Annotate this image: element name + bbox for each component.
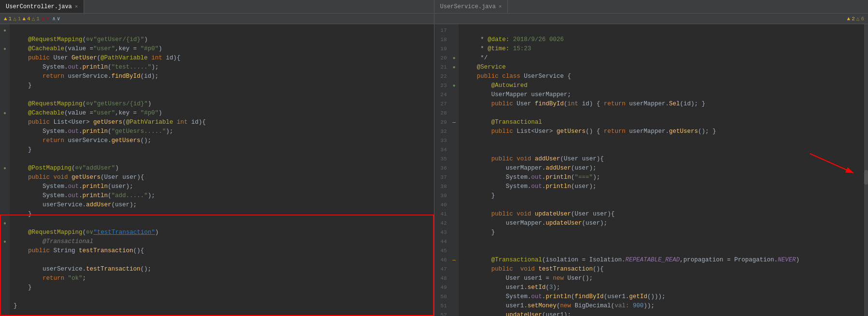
gutter-mark: ●	[0, 219, 10, 228]
tab-label: UserService.java	[440, 3, 496, 10]
editors-row: ▲ 1 △ 1 ▲ 4 △ 1 ✕ 1 ∧ ∨ ● ●	[0, 14, 868, 316]
scroll-thumb[interactable]	[864, 170, 868, 185]
code-line: UserMapper userMapper;	[463, 91, 571, 98]
code-line: }	[14, 284, 32, 291]
code-line: @RequestMapping(⊙∨"getUsers/{id}")	[14, 101, 151, 107]
code-line: user1.setMoney(new BigDecimal(val: 900))…	[463, 302, 655, 309]
code-line: }	[14, 211, 32, 217]
code-line: @Transactional	[14, 238, 93, 245]
code-line: public List<User> getUsers() { return us…	[463, 128, 716, 135]
warn-triangle2: △	[13, 15, 16, 22]
right-editor-pane: ▲ 2 △ 6 17 18 19 20 21 22 23 24 27	[434, 14, 868, 316]
right-scrollbar[interactable]	[864, 24, 868, 316]
tab-user-service[interactable]: UserService.java ×	[434, 0, 508, 13]
code-line: userService.testTransaction();	[14, 266, 151, 273]
left-code-area: ● ● ● ●	[0, 24, 434, 316]
code-line: */	[463, 55, 488, 61]
code-line: }	[463, 229, 495, 236]
code-line: userMapper.updateUser(user);	[463, 220, 608, 227]
error-x: ✕	[41, 15, 44, 22]
editor-container: UserController.java × UserService.java ×…	[0, 0, 868, 316]
gutter-mark	[0, 136, 10, 145]
code-line: public class UserService {	[463, 73, 571, 80]
code-line: @RequestMapping(⊙∨"testTransaction")	[14, 229, 159, 236]
warn-count-3: 4	[27, 16, 30, 22]
close-icon[interactable]: ×	[499, 4, 502, 10]
tab-user-controller[interactable]: UserController.java ×	[0, 0, 84, 13]
gutter-mark	[0, 283, 10, 292]
code-line: @PostMapping(⊙∨"addUser")	[14, 165, 119, 172]
code-line: System.out.println("test.....");	[14, 64, 159, 71]
gutter-mark	[0, 54, 10, 63]
gutter-mark	[0, 256, 10, 265]
code-line: public User GetUser(@PathVariable int id…	[14, 55, 180, 61]
warn-triangle: ▲	[4, 16, 7, 22]
code-line: System.out.println("===");	[463, 174, 600, 181]
gutter-mark	[0, 118, 10, 127]
gutter-mark: ●	[0, 44, 10, 54]
code-line: System.out.println(user);	[14, 183, 133, 190]
code-line: public void updateUser(User user){	[463, 211, 615, 217]
left-gutter: ● ● ● ●	[0, 24, 10, 316]
code-line: @Cacheable(value ="user",key = "#p0")	[14, 45, 162, 52]
gutter-mark: ●	[0, 26, 10, 35]
gutter-mark	[0, 265, 10, 274]
warn-count-r1: 2	[852, 16, 855, 22]
gutter-mark	[0, 246, 10, 256]
gutter-mark: ●	[0, 237, 10, 246]
gutter-mark	[0, 228, 10, 237]
gutter-mark	[0, 210, 10, 219]
code-line: System.out.println(findById(user1.getId(…	[463, 293, 665, 300]
right-code-lines[interactable]: * @date: 2018/9/26 0026 * @time: 15:23 *…	[459, 24, 865, 316]
left-toolbar: ▲ 1 △ 1 ▲ 4 △ 1 ✕ 1 ∧ ∨	[0, 14, 434, 24]
code-line: return userService.findById(id);	[14, 73, 159, 80]
code-line: System.out.println("getUesrs.....");	[14, 128, 173, 135]
code-line: }	[463, 192, 495, 199]
code-line: }	[14, 82, 32, 89]
code-line: user1.setId(3);	[463, 284, 561, 291]
tab-label: UserController.java	[6, 3, 72, 10]
gutter-mark	[0, 274, 10, 283]
code-line: public void addUser(User user){	[463, 156, 604, 162]
code-line: @Autowired	[463, 82, 528, 89]
gutter-mark	[0, 100, 10, 109]
code-line: User user1 = new User();	[463, 275, 593, 282]
nav-down-button[interactable]: ∨	[57, 15, 60, 22]
code-line: updateUser(user1);	[463, 312, 571, 316]
right-gutter: ● ● ● —	[450, 24, 459, 316]
code-line: System.out.println("add.....");	[14, 192, 155, 199]
code-line: public void getUsers(User user){	[14, 174, 144, 181]
code-line: return userService.getUsers();	[14, 137, 151, 144]
right-code-area: 17 18 19 20 21 22 23 24 27 28 29 32 33 3…	[434, 24, 868, 316]
gutter-mark	[0, 155, 10, 164]
gutter-mark	[0, 81, 10, 90]
code-line: public List<User> getUsers(@PathVariable…	[14, 119, 206, 126]
warn-count-1: 1	[9, 16, 12, 22]
close-icon[interactable]: ×	[75, 4, 78, 10]
warn-triangle3: ▲	[22, 16, 26, 22]
nav-up-button[interactable]: ∧	[52, 15, 56, 22]
gutter-mark	[0, 63, 10, 72]
code-line: @Cacheable(value ="user",key = "#p0")	[14, 110, 162, 116]
code-line: userService.addUser(user);	[14, 201, 137, 208]
left-editor-pane: ▲ 1 △ 1 ▲ 4 △ 1 ✕ 1 ∧ ∨ ● ●	[0, 14, 434, 316]
warn-triangle-r2: △	[856, 15, 860, 22]
code-line: userMapper.addUser(user);	[463, 165, 597, 172]
code-line: }	[14, 146, 32, 153]
warn-count-4: 1	[36, 16, 40, 22]
code-line: System.out.println(user);	[463, 183, 597, 190]
code-line: public void testTransaction(){	[463, 266, 604, 273]
gutter-mark	[0, 201, 10, 210]
warn-triangle-r: ▲	[847, 16, 851, 22]
code-line: return "ok";	[14, 275, 86, 282]
warn-count-r2: 6	[861, 16, 864, 22]
gutter-mark	[0, 72, 10, 81]
code-line: @Transactional(isolation = Isolation.REP…	[463, 257, 800, 263]
error-count: 1	[46, 16, 49, 22]
right-toolbar: ▲ 2 △ 6	[434, 14, 868, 24]
gutter-mark	[0, 182, 10, 191]
code-line: public User findById(int id) { return us…	[463, 101, 706, 107]
left-code-lines[interactable]: @RequestMapping(⊙∨"getUser/{id}") @Cache…	[10, 24, 434, 316]
gutter-mark	[0, 292, 10, 302]
gutter-mark	[0, 35, 10, 44]
